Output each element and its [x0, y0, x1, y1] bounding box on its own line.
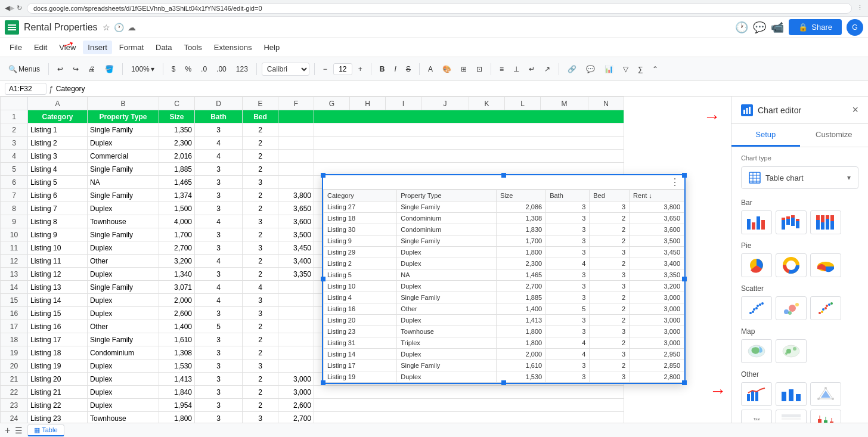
sheet-tab-table[interactable]: ▦ Table — [27, 424, 64, 436]
meet-icon[interactable]: 📹 — [771, 21, 784, 34]
radar-thumb[interactable] — [810, 382, 841, 406]
cell-A11[interactable]: Listing 10 — [28, 241, 88, 255]
bar-100-thumb[interactable] — [810, 210, 841, 234]
increase-decimal-btn[interactable]: .00 — [213, 63, 230, 76]
menu-extensions[interactable]: Extensions — [209, 41, 257, 54]
cell-E11[interactable]: 3 — [243, 241, 278, 255]
cell-ref-input[interactable] — [5, 83, 46, 95]
font-selector[interactable]: Calibri — [262, 63, 309, 76]
cell-D5[interactable]: 3 — [195, 163, 243, 176]
comment-btn[interactable]: 💬 — [582, 63, 599, 76]
cell-D4[interactable]: 4 — [195, 150, 243, 163]
cell-A15[interactable]: Listing 14 — [28, 294, 88, 307]
pie-3d-thumb[interactable] — [810, 253, 841, 277]
cell-F20[interactable] — [278, 359, 314, 373]
scatter-thumb[interactable] — [741, 296, 772, 320]
cell-F12[interactable]: 3,400 — [278, 255, 314, 268]
decrease-decimal-btn[interactable]: .0 — [197, 63, 210, 76]
cell-A22[interactable]: Listing 21 — [28, 386, 88, 399]
cell-D20[interactable]: 3 — [195, 359, 243, 373]
combo-thumb[interactable] — [741, 382, 772, 406]
cell-D8[interactable]: 3 — [195, 202, 243, 215]
star-icon[interactable]: ☆ — [103, 23, 110, 32]
cell-E22[interactable]: 2 — [243, 386, 278, 399]
cell-B21[interactable]: Duplex — [88, 373, 159, 386]
cell-E7[interactable]: 2 — [243, 189, 278, 202]
cell-B17[interactable]: Other — [88, 320, 159, 333]
cell-A20[interactable]: Listing 19 — [28, 359, 88, 373]
col-header-A[interactable]: A — [28, 97, 88, 110]
menu-format[interactable]: Format — [114, 41, 148, 54]
resize-handle-bl[interactable] — [321, 380, 326, 385]
cell-B3[interactable]: Duplex — [88, 137, 159, 150]
col-header-M[interactable]: M — [541, 97, 588, 110]
bold-btn[interactable]: B — [376, 63, 389, 76]
cell-E15[interactable]: 3 — [243, 294, 278, 307]
cell-B10[interactable]: Single Family — [88, 228, 159, 241]
reload-icon[interactable]: ↻ — [17, 4, 22, 12]
cell-E14[interactable]: 4 — [243, 281, 278, 294]
filter-btn[interactable]: ▽ — [619, 63, 632, 76]
cell-D13[interactable]: 3 — [195, 268, 243, 281]
cell-A3[interactable]: Listing 2 — [28, 137, 88, 150]
cell-B6[interactable]: NA — [88, 176, 159, 189]
redo-btn[interactable]: ↪ — [69, 63, 82, 76]
cell-E19[interactable]: 2 — [243, 346, 278, 359]
cell-C1[interactable]: Size — [159, 110, 195, 123]
sheet-menu-btn[interactable]: ☰ — [15, 426, 23, 435]
cell-A18[interactable]: Listing 17 — [28, 333, 88, 346]
chart-col-size[interactable]: Size — [497, 190, 546, 202]
cell-D16[interactable]: 3 — [195, 307, 243, 320]
chart-col-category[interactable]: Category — [324, 190, 397, 202]
cell-D19[interactable]: 3 — [195, 346, 243, 359]
chart-overlay[interactable]: ⋮ Category Property Type Size Bath Bed R… — [322, 174, 686, 384]
font-size-increase-btn[interactable]: + — [355, 63, 366, 76]
merge-btn[interactable]: ⊡ — [473, 63, 486, 76]
link-btn[interactable]: 🔗 — [564, 63, 580, 76]
cell-C21[interactable]: 1,413 — [159, 373, 195, 386]
col-header-H[interactable]: H — [350, 97, 386, 110]
menu-edit[interactable]: Edit — [29, 41, 52, 54]
text-color-btn[interactable]: A — [424, 63, 436, 76]
resize-handle-tl[interactable] — [321, 173, 326, 178]
cell-E18[interactable]: 2 — [243, 333, 278, 346]
cell-C22[interactable]: 1,840 — [159, 386, 195, 399]
browser-menu-icon[interactable]: ⋮ — [857, 4, 863, 12]
history-icon[interactable]: 🕐 — [114, 23, 124, 32]
cell-F23[interactable]: 2,600 — [278, 399, 314, 412]
cell-B4[interactable]: Commercial — [88, 150, 159, 163]
map-bubble-thumb[interactable] — [776, 339, 807, 363]
cell-D24[interactable]: 3 — [195, 412, 243, 423]
cell-E20[interactable]: 3 — [243, 359, 278, 373]
cell-E5[interactable]: 2 — [243, 163, 278, 176]
cell-B7[interactable]: Single Family — [88, 189, 159, 202]
cell-A14[interactable]: Listing 13 — [28, 281, 88, 294]
donut-thumb[interactable] — [776, 253, 807, 277]
cell-A2[interactable]: Listing 1 — [28, 123, 88, 137]
cell-B20[interactable]: Duplex — [88, 359, 159, 373]
cell-F5[interactable] — [278, 163, 314, 176]
function-btn[interactable]: ∑ — [634, 63, 647, 76]
borders-btn[interactable]: ⊞ — [457, 63, 470, 76]
cell-C19[interactable]: 1,308 — [159, 346, 195, 359]
chart-content[interactable]: Category Property Type Size Bath Bed Ren… — [323, 190, 684, 383]
cell-E2[interactable]: 2 — [243, 123, 278, 137]
cell-B12[interactable]: Other — [88, 255, 159, 268]
cell-A7[interactable]: Listing 6 — [28, 189, 88, 202]
cell-C6[interactable]: 1,465 — [159, 176, 195, 189]
cell-F16[interactable] — [278, 307, 314, 320]
cell-F19[interactable] — [278, 346, 314, 359]
cell-C24[interactable]: 1,800 — [159, 412, 195, 423]
cell-B23[interactable]: Duplex — [88, 399, 159, 412]
cell-D11[interactable]: 3 — [195, 241, 243, 255]
col-header-N[interactable]: N — [588, 97, 624, 110]
cell-B22[interactable]: Duplex — [88, 386, 159, 399]
cell-D21[interactable]: 3 — [195, 373, 243, 386]
pie-thumb[interactable] — [741, 253, 772, 277]
cell-B18[interactable]: Single Family — [88, 333, 159, 346]
format-number-btn[interactable]: 123 — [232, 63, 252, 76]
cell-C17[interactable]: 1,400 — [159, 320, 195, 333]
font-size-decrease-btn[interactable]: − — [320, 63, 331, 76]
print-btn[interactable]: 🖨 — [85, 63, 99, 76]
chart-col-property-type[interactable]: Property Type — [397, 190, 497, 202]
